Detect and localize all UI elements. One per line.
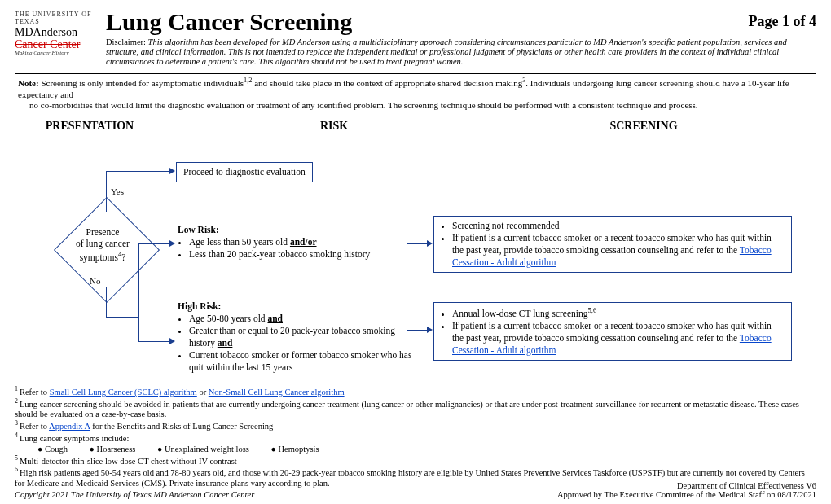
footer: Copyright 2021 The University of Texas M… xyxy=(0,481,831,499)
logo: THE UNIVERSITY OF TEXAS MDAnderson Cance… xyxy=(15,11,96,57)
arrow-low-scr-head xyxy=(427,240,433,247)
note-text2: and should take place in the context of … xyxy=(252,78,522,88)
low-risk-b2: Less than 20 pack-year tobacco smoking h… xyxy=(189,248,406,261)
arrow-no-high-head xyxy=(169,338,175,344)
disclaimer-text: This algorithm has been developed for MD… xyxy=(106,37,787,66)
footnote-3: 3 Refer to Appendix A for the Benefits a… xyxy=(15,419,816,432)
col-screening: SCREENING xyxy=(489,120,798,133)
column-headings: PRESENTATION RISK SCREENING xyxy=(0,120,831,133)
label-yes: Yes xyxy=(111,186,124,196)
low-risk-block: Low Risk: Age less than 50 years old and… xyxy=(178,224,406,261)
scr-high-b2: If patient is a current tobacco smoker o… xyxy=(452,320,785,357)
arrow-yes-v xyxy=(106,171,107,212)
arrow-no-to-low xyxy=(138,243,169,244)
arrow-yes-h xyxy=(106,171,169,172)
title-block: Lung Cancer Screening Page 1 of 4 Discla… xyxy=(96,8,816,67)
box-screening-high: Annual low-dose CT lung screening5,6 If … xyxy=(433,302,792,361)
scr-high-b1: Annual low-dose CT lung screening5,6 xyxy=(452,306,785,320)
note-sup1: 1,2 xyxy=(244,77,252,84)
logo-tagline: Making Cancer History xyxy=(15,50,96,57)
arrow-low-scr xyxy=(407,243,427,244)
col-risk: RISK xyxy=(179,120,489,133)
arrow-no-low-head xyxy=(169,240,175,247)
col-presentation: PRESENTATION xyxy=(0,120,179,133)
arrow-high-scr-head xyxy=(427,327,433,333)
link-sclc[interactable]: Small Cell Lung Cancer (SCLC) algorithm xyxy=(50,388,197,397)
disclaimer: Disclaimer: This algorithm has been deve… xyxy=(106,37,816,67)
scr-low-b2: If patient is a current tobacco smoker o… xyxy=(452,232,785,269)
link-appendix-a[interactable]: Appendix A xyxy=(49,422,90,431)
flow-diagram: Presence of lung cancer symptoms4? Yes P… xyxy=(0,138,831,382)
arrow-high-scr xyxy=(407,330,427,331)
box-proceed: Proceed to diagnostic evaluation xyxy=(176,162,313,182)
arrow-no-split xyxy=(138,243,139,341)
note-text4: no co-morbidities that would limit the d… xyxy=(18,100,813,112)
page-number: Page 1 of 4 xyxy=(749,13,816,30)
high-risk-title: High Risk: xyxy=(178,301,221,311)
high-risk-b3: Current tobacco smoker or former tobacco… xyxy=(189,349,414,374)
box-screening-low: Screening not recommended If patient is … xyxy=(433,216,792,273)
scr-low-b1: Screening not recommended xyxy=(452,220,785,232)
low-risk-b1: Age less than 50 years old and/or xyxy=(189,236,406,248)
logo-line1: THE UNIVERSITY OF TEXAS xyxy=(15,11,96,26)
logo-line2: MDAnderson xyxy=(15,26,96,38)
disclaimer-label: Disclaimer: xyxy=(106,37,146,46)
footnote-4: 4 Lung cancer symptoms include: xyxy=(15,432,816,444)
note-text1: Screening is only intended for asymptoma… xyxy=(39,78,244,88)
footer-copyright: Copyright 2021 The University of Texas M… xyxy=(15,490,254,499)
footnote-1: 1 Refer to Small Cell Lung Cancer (SCLC)… xyxy=(15,385,816,397)
divider xyxy=(15,73,816,74)
high-risk-b2: Greater than or equal to 20 pack-year to… xyxy=(189,325,414,349)
decision-text: Presence of lung cancer symptoms4? xyxy=(54,227,152,263)
page-title: Lung Cancer Screening xyxy=(106,8,352,36)
arrow-yes-head xyxy=(169,168,175,174)
link-nsclc[interactable]: Non-Small Cell Lung Cancer algorithm xyxy=(209,388,345,397)
footer-right: Department of Clinical Effectiveness V6 … xyxy=(557,481,816,499)
header: THE UNIVERSITY OF TEXAS MDAnderson Cance… xyxy=(0,0,831,70)
arrow-no-to-high xyxy=(138,341,169,342)
footnote-5: 5 Multi-detector thin-slice low dose CT … xyxy=(15,454,816,467)
note: Note: Screening is only intended for asy… xyxy=(0,77,831,112)
arrow-no-v xyxy=(106,287,107,317)
label-no: No xyxy=(90,276,100,286)
footnotes: 1 Refer to Small Cell Lung Cancer (SCLC)… xyxy=(0,382,831,489)
footer-approval: Approved by The Executive Committee of t… xyxy=(557,490,816,499)
high-risk-b1: Age 50-80 years old and xyxy=(189,313,414,325)
footnote-2: 2 Lung cancer screening should be avoide… xyxy=(15,397,816,420)
logo-line3: Cancer Center xyxy=(15,38,96,50)
footnote-4-symptoms: ● Cough ● Hoarseness ● Unexplained weigh… xyxy=(15,444,816,454)
footer-dept: Department of Clinical Effectiveness V6 xyxy=(557,481,816,490)
note-label: Note: xyxy=(18,78,39,88)
low-risk-title: Low Risk: xyxy=(178,225,219,234)
arrow-no-h1 xyxy=(106,317,138,318)
high-risk-block: High Risk: Age 50-80 years old and Great… xyxy=(178,300,414,374)
